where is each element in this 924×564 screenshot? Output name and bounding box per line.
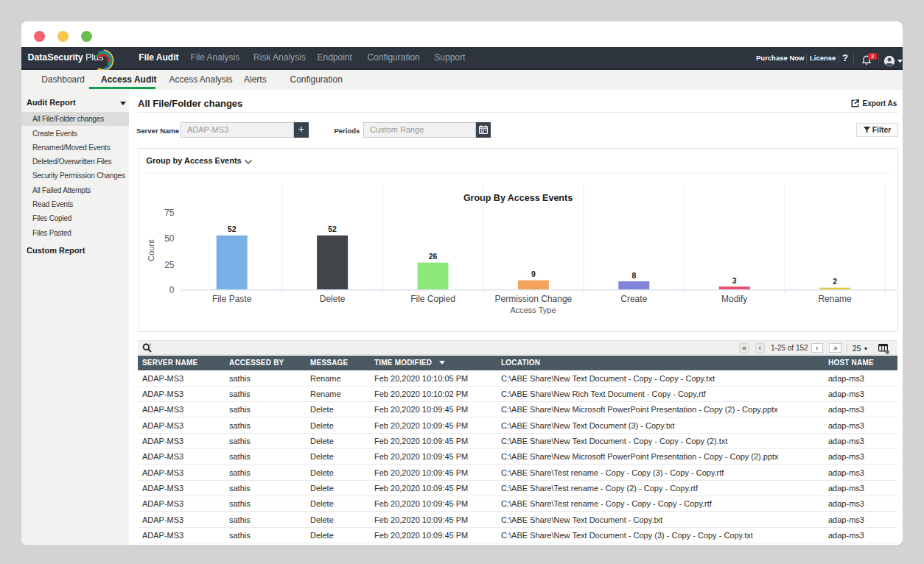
svg-text:9: 9 bbox=[531, 269, 535, 278]
svg-text:Modify: Modify bbox=[721, 294, 747, 304]
svg-text:8: 8 bbox=[631, 270, 636, 279]
svg-text:0: 0 bbox=[169, 284, 174, 295]
svg-text:File Paste: File Paste bbox=[212, 294, 252, 304]
svg-text:3: 3 bbox=[732, 275, 736, 284]
svg-text:Rename: Rename bbox=[818, 294, 852, 304]
svg-text:52: 52 bbox=[227, 225, 236, 233]
svg-text:Count: Count bbox=[146, 239, 155, 261]
svg-text:25: 25 bbox=[164, 260, 175, 270]
svg-text:Permission Change: Permission Change bbox=[494, 294, 572, 304]
svg-text:Group By Access Events: Group By Access Events bbox=[463, 193, 572, 203]
svg-text:Delete: Delete bbox=[319, 294, 345, 304]
svg-text:Access Type: Access Type bbox=[510, 305, 556, 314]
svg-text:52: 52 bbox=[328, 225, 337, 233]
svg-text:50: 50 bbox=[164, 233, 175, 244]
svg-text:Create: Create bbox=[620, 294, 647, 304]
svg-text:26: 26 bbox=[428, 252, 437, 261]
svg-text:75: 75 bbox=[164, 207, 175, 217]
svg-text:File Copied: File Copied bbox=[410, 294, 455, 304]
svg-text:Group by Access Events: Group by Access Events bbox=[146, 156, 241, 165]
svg-text:2: 2 bbox=[833, 277, 837, 286]
